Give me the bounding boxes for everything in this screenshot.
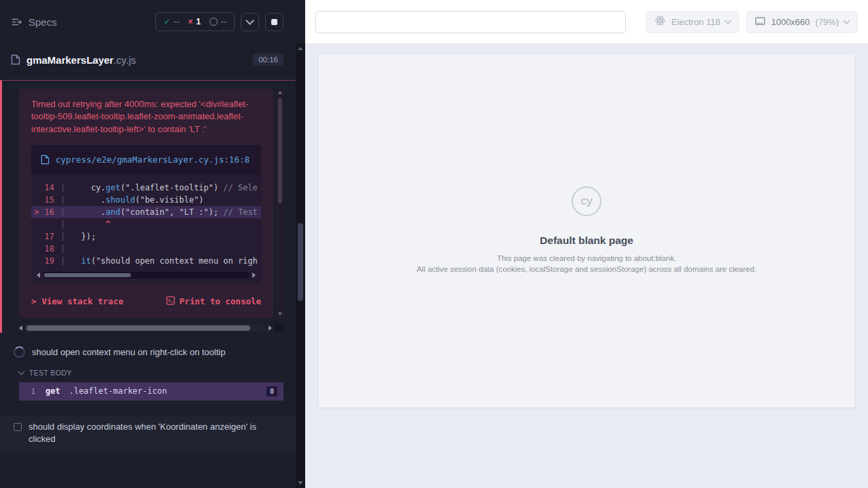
viewport-scale: (79%)	[815, 17, 839, 27]
error-message: Timed out retrying after 4000ms: expecte…	[31, 98, 261, 136]
code-line: | ^	[31, 218, 261, 230]
runner-toolbar: Electron 118 1000x660 (79%)	[305, 0, 868, 43]
error-vscroll-thumb[interactable]	[278, 98, 282, 203]
code-frame-scroll-track[interactable]	[43, 272, 250, 279]
code-frame-scroll-thumb[interactable]	[44, 273, 131, 277]
error-vscrollbar[interactable]	[276, 89, 284, 318]
check-icon: ✓	[163, 18, 170, 26]
spec-name[interactable]: gmaMarkersLayer.cy.js	[26, 54, 136, 66]
error-hscrollbar	[19, 323, 284, 333]
code-line: 14| cy.get(".leaflet-tooltip") // Sele	[31, 182, 261, 194]
scroll-up-arrow-icon[interactable]	[278, 91, 282, 94]
runner-main: Electron 118 1000x660 (79%) cy Default b…	[305, 0, 868, 488]
test-title: should open context menu on right-click …	[32, 346, 225, 359]
pending-count: --	[221, 17, 226, 26]
scroll-down-arrow-icon[interactable]	[298, 481, 303, 485]
view-stack-trace-button[interactable]: > View stack trace	[31, 296, 123, 306]
scroll-down-arrow-icon[interactable]	[278, 312, 282, 316]
aut-stage: cy Default blank page This page was clea…	[305, 43, 868, 488]
spec-timer: 00:16	[253, 54, 283, 66]
x-icon: ×	[188, 18, 193, 26]
code-frame-lines: 14| cy.get(".leaflet-tooltip") // Sele15…	[31, 175, 261, 268]
code-line: >16| .and("contain", "LT :"); // Test	[31, 206, 261, 218]
failed-count: 1	[196, 17, 201, 26]
spec-header: gmaMarkersLayer.cy.js 00:16	[0, 43, 296, 76]
blank-page-content: cy Default blank page This page was clea…	[416, 186, 756, 276]
pending-icon	[210, 18, 218, 26]
error-hscroll-thumb[interactable]	[26, 325, 250, 331]
command-number: 1	[25, 387, 35, 396]
spec-name-base: gmaMarkersLayer	[26, 54, 113, 66]
reporter-content: Specs ✓ -- × 1 --	[0, 0, 296, 488]
print-to-console-button[interactable]: Print to console	[166, 296, 261, 307]
collapse-preferences-button[interactable]	[241, 13, 259, 31]
browser-selector[interactable]: Electron 118	[646, 11, 739, 33]
test-title: should display coordinates when 'Koordin…	[28, 421, 278, 445]
code-line: 15| .should("be.visible")	[31, 194, 261, 206]
chevron-down-icon	[245, 16, 254, 25]
browser-label: Electron 118	[671, 17, 720, 27]
scroll-up-arrow-icon[interactable]	[298, 47, 303, 50]
blank-page-title: Default blank page	[416, 235, 756, 247]
passed-count: --	[174, 17, 179, 26]
test-body-label: TEST BODY	[29, 369, 72, 377]
viewport-selector[interactable]: 1000x660 (79%)	[746, 11, 858, 33]
cypress-logo: cy	[572, 186, 601, 216]
test-stats: ✓ -- × 1 --	[155, 12, 235, 31]
code-frame-header: cypress/e2e/gmaMarkersLayer.cy.js:16:8	[31, 145, 261, 174]
command-message: .leaflet-marker-icon	[69, 386, 267, 396]
command-log-entry[interactable]: 1 get .leaflet-marker-icon 0	[19, 382, 283, 401]
print-to-console-label: Print to console	[180, 296, 261, 306]
test-item-pending[interactable]: should display coordinates when 'Koordin…	[0, 415, 296, 452]
console-icon	[166, 296, 175, 307]
stat-failed: × 1	[188, 17, 201, 26]
error-hscroll-track[interactable]	[25, 324, 266, 332]
command-count-badge: 0	[267, 386, 277, 396]
scrollbar-corner	[275, 323, 284, 332]
code-frame: cypress/e2e/gmaMarkersLayer.cy.js:16:8 1…	[31, 145, 261, 284]
stop-icon	[271, 19, 277, 25]
scroll-right-arrow-icon[interactable]	[269, 325, 272, 331]
specs-list-toggle-icon[interactable]	[11, 16, 22, 28]
electron-icon	[654, 15, 666, 28]
specs-header: Specs ✓ -- × 1 --	[0, 0, 296, 43]
reporter-vscrollbar[interactable]	[296, 43, 305, 488]
viewport-icon	[755, 16, 766, 28]
cypress-app: Specs ✓ -- × 1 --	[0, 0, 868, 488]
test-item-running[interactable]: should open context menu on right-click …	[14, 346, 285, 359]
reporter-scroll-area: Timed out retrying after 4000ms: expecte…	[0, 76, 296, 488]
scroll-right-arrow-icon[interactable]	[252, 272, 256, 278]
blank-page-message-2: All active session data (cookies, localS…	[416, 265, 756, 273]
specs-title[interactable]: Specs	[28, 16, 57, 28]
pending-test-icon	[14, 423, 22, 431]
error-panel: Timed out retrying after 4000ms: expecte…	[19, 89, 273, 318]
test-body-section-toggle[interactable]: TEST BODY	[19, 369, 285, 377]
reporter-sidebar: Specs ✓ -- × 1 --	[0, 0, 305, 488]
view-stack-trace-label: View stack trace	[42, 296, 123, 306]
stop-run-button[interactable]	[265, 13, 283, 31]
chevron-down-icon	[18, 368, 25, 375]
scroll-left-arrow-icon[interactable]	[37, 272, 40, 278]
file-icon	[41, 155, 50, 165]
spec-name-ext: .cy.js	[113, 54, 136, 66]
code-frame-hscrollbar	[37, 271, 256, 279]
viewport-size: 1000x660	[771, 17, 810, 27]
code-line: 19| it("should open context menu on righ	[31, 255, 261, 267]
code-line: 17| });	[31, 230, 261, 243]
code-frame-file-link[interactable]: cypress/e2e/gmaMarkersLayer.cy.js:16:8	[56, 153, 250, 166]
error-actions: > View stack trace Print to console	[31, 296, 261, 307]
chevron-down-icon	[844, 18, 850, 24]
code-line: 18|	[31, 243, 261, 255]
command-method: get	[45, 386, 60, 396]
chevron-right-icon: >	[31, 296, 37, 306]
reporter-vscroll-thumb[interactable]	[298, 223, 303, 301]
chevron-down-icon	[725, 18, 732, 24]
blank-page-message-1: This page was cleared by navigating to a…	[416, 254, 756, 262]
scroll-left-arrow-icon[interactable]	[19, 325, 22, 331]
stat-passed: ✓ --	[163, 17, 179, 26]
url-input[interactable]	[315, 11, 626, 33]
spinner-icon	[14, 346, 25, 358]
aut-iframe-page: cy Default blank page This page was clea…	[319, 54, 854, 407]
stat-pending: --	[210, 17, 226, 26]
file-icon	[11, 54, 20, 65]
